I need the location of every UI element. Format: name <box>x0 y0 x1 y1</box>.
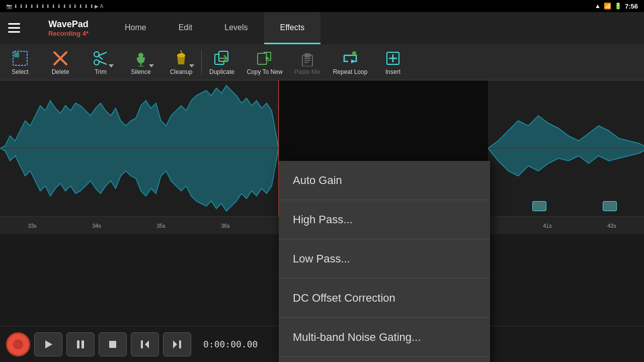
low-pass-item[interactable]: Low Pass... <box>279 239 490 279</box>
duplicate-label: Duplicate <box>209 68 234 75</box>
svg-rect-18 <box>219 51 228 61</box>
play-icon <box>43 339 53 349</box>
svg-rect-1 <box>8 27 20 29</box>
repeat-loop-icon <box>342 50 358 66</box>
svg-rect-49 <box>179 340 181 348</box>
recording-name: Recording 4* <box>28 30 109 37</box>
timeline-mark-3: 36s <box>193 223 258 229</box>
status-icons: ▲ 📶 🔋 7:56 <box>595 3 638 10</box>
trim-dropdown-arrow <box>109 64 114 67</box>
duplicate-icon <box>214 50 230 66</box>
svg-rect-2 <box>8 31 20 33</box>
repeat-loop-icon-area <box>341 49 359 67</box>
play-button[interactable] <box>34 332 62 356</box>
insert-icon-area <box>384 49 402 67</box>
duplicate-icon-area <box>213 49 231 67</box>
repeat-loop-button[interactable]: Repeat Loop <box>328 44 373 80</box>
insert-label: Insert <box>385 68 400 75</box>
svg-marker-26 <box>351 59 355 63</box>
fast-forward-icon <box>172 339 182 349</box>
repeat-loop-label: Repeat Loop <box>333 68 368 75</box>
svg-point-27 <box>352 51 356 55</box>
main-content: 33s 34s 35s 36s 40s 41s 42s Auto Gain Hi… <box>0 80 644 254</box>
silence-icon <box>133 50 149 66</box>
fast-forward-button[interactable] <box>163 332 191 356</box>
cleanup-button[interactable]: Cleanup <box>161 44 201 80</box>
timeline-mark-9: 42s <box>580 223 644 229</box>
rewind-button[interactable] <box>131 332 159 356</box>
app-title: WavePad Recording 4* <box>28 19 109 37</box>
insert-icon <box>385 50 401 66</box>
hamburger-menu-button[interactable] <box>0 12 28 44</box>
toolbar: Select Delete Trim <box>0 44 644 80</box>
pause-icon <box>75 339 86 349</box>
nav-tabs: Home Edit Levels Effects <box>109 12 644 44</box>
auto-spectral-item[interactable]: Auto Spectral Subtraction... <box>279 357 490 362</box>
svg-marker-42 <box>45 340 52 348</box>
status-time: 7:56 <box>625 3 638 10</box>
tab-effects[interactable]: Effects <box>264 12 321 44</box>
svg-marker-48 <box>173 340 177 348</box>
zoom-handle-right[interactable] <box>603 201 617 211</box>
cleanup-icon <box>173 50 189 66</box>
silence-button[interactable]: Silence <box>121 44 161 80</box>
svg-marker-46 <box>145 340 149 348</box>
timeline-mark-8: 41s <box>515 223 580 229</box>
dc-offset-item[interactable]: DC Offset Correction <box>279 279 490 318</box>
select-icon-area <box>11 49 29 67</box>
pause-button[interactable] <box>66 332 95 356</box>
trim-button[interactable]: Trim <box>80 44 121 80</box>
svg-rect-44 <box>82 340 84 348</box>
auto-gain-item[interactable]: Auto Gain <box>279 161 490 200</box>
timeline-mark-2: 35s <box>129 223 193 229</box>
copy-to-new-button[interactable]: Copy To New <box>242 44 287 80</box>
copy-to-new-icon <box>257 50 273 66</box>
copy-to-new-label: Copy To New <box>247 68 282 75</box>
high-pass-item[interactable]: High Pass... <box>279 200 490 239</box>
tab-edit[interactable]: Edit <box>163 12 209 44</box>
cleanup-label: Cleanup <box>170 68 193 75</box>
time-display: 0:00:00.00 <box>195 339 266 349</box>
signal-icon: 📶 <box>604 3 611 10</box>
stop-button[interactable] <box>99 332 127 356</box>
delete-icon-area <box>51 49 69 67</box>
trim-icon <box>93 50 109 66</box>
paste-mix-label: Paste Mix <box>294 68 321 75</box>
delete-label: Delete <box>52 68 69 75</box>
select-icon <box>12 50 28 66</box>
timeline-mark-0: 33s <box>0 223 64 229</box>
select-label: Select <box>12 68 28 75</box>
tab-home[interactable]: Home <box>109 12 163 44</box>
rewind-icon <box>140 339 150 349</box>
hamburger-icon <box>8 23 20 33</box>
svg-point-12 <box>138 53 143 58</box>
copy-to-new-icon-area <box>256 49 274 67</box>
timeline-mark-1: 34s <box>64 223 129 229</box>
silence-dropdown-arrow <box>149 64 154 67</box>
record-button[interactable] <box>6 332 30 356</box>
delete-button[interactable]: Delete <box>40 44 80 80</box>
paste-mix-button[interactable]: Paste Mix <box>287 44 328 80</box>
status-bar: 📷 ⬇ ⬇ ⬇ ⬇ ⬇ ⬇ ⬇ ⬇ ⬇ ⬇ ⬇ ⬇ ⬇ ⬇ ⬇ ▶ A ▲ 📶 … <box>0 0 644 12</box>
svg-rect-4 <box>14 52 19 57</box>
svg-rect-20 <box>258 53 267 64</box>
svg-rect-45 <box>109 341 116 348</box>
zoom-handle-left[interactable] <box>532 201 546 211</box>
svg-point-15 <box>177 53 185 57</box>
duplicate-button[interactable]: Duplicate <box>202 44 242 80</box>
app-name: WavePad <box>28 19 109 30</box>
status-bar-left: 📷 ⬇ ⬇ ⬇ ⬇ ⬇ ⬇ ⬇ ⬇ ⬇ ⬇ ⬇ ⬇ ⬇ ⬇ ⬇ ▶ A <box>6 4 592 9</box>
paste-mix-icon <box>299 50 315 66</box>
multi-band-noise-item[interactable]: Multi-band Noise Gating... <box>279 318 490 357</box>
svg-rect-0 <box>8 23 20 25</box>
tab-levels[interactable]: Levels <box>208 12 264 44</box>
app-bar: WavePad Recording 4* Home Edit Levels Ef… <box>0 12 644 44</box>
battery-icon: 🔋 <box>614 3 622 10</box>
select-button[interactable]: Select <box>0 44 40 80</box>
effects-dropdown-menu: Auto Gain High Pass... Low Pass... DC Of… <box>279 161 490 362</box>
trim-icon-area <box>92 49 110 67</box>
insert-button[interactable]: Insert <box>373 44 413 80</box>
record-indicator <box>13 339 23 349</box>
svg-rect-22 <box>304 53 310 57</box>
silence-icon-area <box>132 49 150 67</box>
